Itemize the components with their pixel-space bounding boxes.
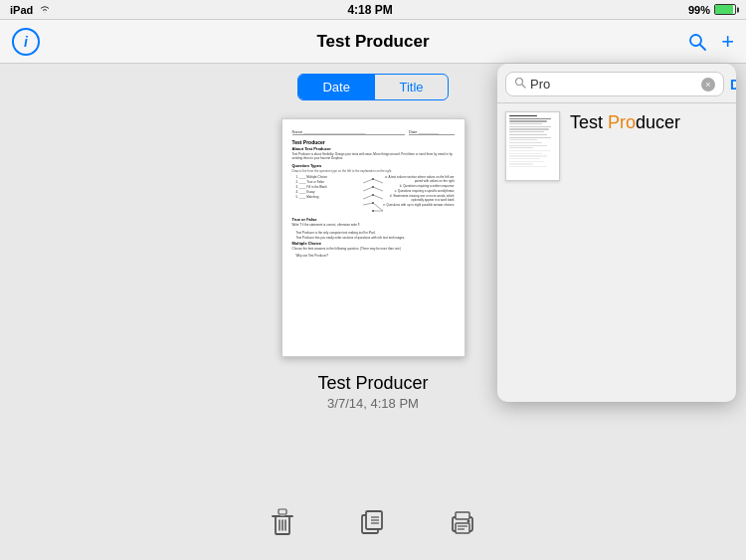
add-button[interactable]: + — [721, 29, 734, 55]
svg-rect-23 — [279, 509, 286, 514]
svg-point-13 — [372, 194, 374, 196]
result-title[interactable]: Test Producer — [570, 111, 680, 134]
search-field[interactable] — [530, 77, 697, 92]
done-button[interactable]: Done — [730, 77, 736, 93]
search-bar-area: × Done — [497, 64, 736, 103]
svg-point-12 — [372, 186, 374, 188]
document-title: Test Producer — [317, 373, 428, 394]
search-results: Test Producer — [497, 103, 736, 189]
nav-bar: i Test Producer + — [0, 20, 746, 64]
bottom-toolbar — [0, 506, 746, 545]
doc-qtypes-intro: Draw a line from the question type on th… — [292, 169, 455, 173]
delete-button[interactable] — [268, 506, 297, 545]
svg-point-11 — [372, 178, 374, 180]
document-preview[interactable]: Name ____________________________ Date _… — [281, 118, 466, 357]
status-left: iPad — [10, 4, 52, 16]
svg-line-8 — [363, 203, 373, 205]
segment-date[interactable]: Date — [298, 75, 373, 99]
doc-tf2: Test Producer lets you easily order sect… — [292, 236, 455, 240]
doc-tf-intro: Write T if the statement is correct, oth… — [292, 223, 455, 227]
doc-tf1: Test Producer is the only computer test … — [292, 231, 455, 235]
svg-line-36 — [522, 85, 525, 88]
info-button[interactable]: i — [12, 28, 40, 56]
svg-point-32 — [467, 520, 470, 523]
wifi-icon — [38, 4, 52, 16]
svg-point-35 — [516, 79, 523, 86]
svg-line-1 — [700, 45, 705, 50]
duplicate-icon — [357, 506, 387, 545]
doc-qtypes-title: Question Types — [292, 163, 455, 168]
search-input-wrapper: × — [505, 72, 724, 96]
name-label: Name ____________________________ — [292, 129, 406, 135]
svg-rect-30 — [456, 523, 469, 533]
svg-line-3 — [373, 179, 383, 183]
status-right: 99% — [688, 4, 736, 16]
segment-title[interactable]: Title — [375, 75, 447, 99]
date-label: Date _________ — [409, 129, 454, 135]
result-highlight: Pro — [608, 112, 636, 132]
doc-mc1: Why use Test Producer? — [292, 254, 455, 258]
svg-point-0 — [690, 35, 701, 46]
search-button[interactable] — [687, 29, 707, 55]
doc-header: Name ____________________________ Date _… — [292, 129, 455, 135]
print-button[interactable] — [447, 506, 478, 545]
doc-about-text: Test Producer is about flexibility. Desi… — [292, 152, 455, 160]
svg-line-6 — [363, 195, 373, 199]
svg-point-14 — [372, 202, 374, 204]
trash-icon — [268, 506, 297, 545]
search-icon — [514, 77, 526, 92]
status-bar: iPad 4:18 PM 99% — [0, 0, 746, 20]
print-icon — [447, 506, 478, 545]
doc-tf-title: True or False — [292, 217, 455, 222]
nav-icons: + — [687, 29, 734, 55]
doc-title: Test Producer — [292, 139, 455, 145]
doc-mc-title: Multiple Choice — [292, 241, 455, 246]
search-clear-button[interactable]: × — [701, 78, 715, 92]
svg-line-5 — [373, 187, 383, 191]
segment-control: Date Title — [297, 74, 448, 100]
time-display: 4:18 PM — [347, 3, 392, 17]
svg-line-2 — [363, 179, 373, 183]
ipad-label: iPad — [10, 4, 33, 16]
spider-diagram — [358, 175, 388, 215]
doc-about-title: About Test Producer — [292, 146, 455, 151]
doc-diagram: 1. ____ Multiple Choice 2. ____ True or … — [292, 175, 455, 215]
svg-line-9 — [373, 203, 383, 211]
svg-line-4 — [363, 187, 373, 191]
doc-mc-intro: Choose the best answers to the following… — [292, 247, 455, 251]
battery-percent: 99% — [688, 4, 710, 16]
svg-line-7 — [373, 195, 383, 199]
result-thumbnail[interactable] — [505, 111, 560, 181]
svg-rect-31 — [456, 512, 469, 519]
document-date: 3/7/14, 4:18 PM — [327, 396, 419, 411]
search-panel: × Done Test Prod — [497, 64, 736, 402]
duplicate-button[interactable] — [357, 506, 387, 545]
battery-icon — [714, 4, 736, 15]
svg-point-15 — [372, 210, 374, 212]
nav-title: Test Producer — [316, 20, 429, 64]
